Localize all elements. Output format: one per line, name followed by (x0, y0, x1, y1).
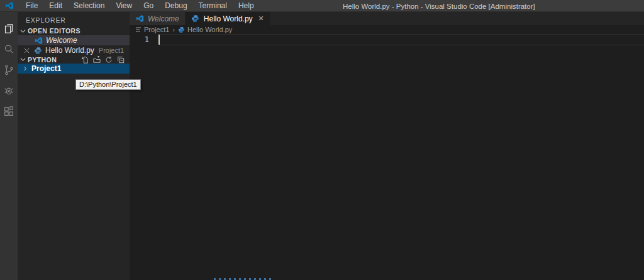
menu-selection[interactable]: Selection (68, 0, 110, 11)
menu-go[interactable]: Go (138, 0, 159, 11)
symbol-list-icon (135, 26, 142, 33)
sidebar-title: EXPLORER (18, 12, 130, 26)
open-editor-detail: Project1 (99, 47, 124, 54)
path-tooltip: D:\Python\Project1 (75, 79, 141, 90)
menu-terminal[interactable]: Terminal (193, 0, 233, 11)
python-section-label: PYTHON (28, 56, 57, 64)
menu-file[interactable]: File (20, 0, 43, 11)
breadcrumb-separator: › (172, 26, 175, 33)
tab-welcome[interactable]: Welcome (130, 12, 186, 25)
breadcrumb: Project1 › Hello World.py (130, 25, 644, 34)
activity-debug-button[interactable] (0, 80, 18, 101)
activity-bar (0, 12, 18, 280)
tab-label: Hello World.py (204, 14, 253, 23)
breadcrumb-item-file[interactable]: Hello World.py (187, 26, 232, 33)
activity-source-control-button[interactable] (0, 59, 18, 80)
python-file-icon (178, 26, 185, 33)
activity-explorer-button[interactable] (0, 18, 18, 38)
vscode-logo-icon (135, 14, 144, 23)
explorer-sidebar: EXPLORER OPEN EDITORS Welcome Hello Worl… (18, 12, 130, 280)
tree-item-project1[interactable]: Project1 (18, 64, 130, 74)
open-editors-header[interactable]: OPEN EDITORS (18, 26, 130, 35)
close-icon[interactable] (23, 47, 31, 55)
menu-view[interactable]: View (110, 0, 138, 11)
activity-search-button[interactable] (0, 38, 18, 59)
tab-bar: Welcome Hello World.py ✕ (130, 12, 644, 25)
extensions-icon (3, 105, 15, 118)
close-icon[interactable]: ✕ (258, 14, 264, 23)
new-file-icon[interactable] (81, 56, 89, 64)
collapse-all-icon[interactable] (117, 56, 125, 64)
chevron-down-icon (18, 57, 28, 62)
open-editor-label: Welcome (46, 36, 77, 45)
open-editor-item-welcome[interactable]: Welcome (18, 35, 130, 45)
window-title: Hello World.py - Python - Visual Studio … (343, 0, 535, 12)
chevron-right-icon (23, 66, 28, 71)
vscode-logo-icon (5, 1, 14, 11)
refresh-icon[interactable] (105, 56, 113, 64)
text-cursor (158, 35, 160, 45)
debug-bug-icon (3, 84, 15, 97)
chevron-down-icon (18, 28, 28, 34)
activity-extensions-button[interactable] (0, 101, 18, 121)
open-editor-label: Hello World.py (45, 46, 94, 55)
tree-item-label: Project1 (31, 64, 61, 73)
line-number: 1 (130, 34, 158, 45)
code-editor[interactable]: 1 (130, 34, 644, 280)
menu-help[interactable]: Help (233, 0, 260, 11)
breadcrumb-item-project1[interactable]: Project1 (144, 26, 169, 33)
search-icon (3, 43, 15, 55)
open-editors-label: OPEN EDITORS (28, 27, 80, 35)
title-bar: File Edit Selection View Go Debug Termin… (0, 0, 644, 12)
editor-group: Welcome Hello World.py ✕ Project1 › Hell… (130, 12, 644, 280)
python-file-icon (33, 46, 42, 55)
tab-label: Welcome (148, 14, 179, 23)
current-line-highlight (158, 34, 644, 45)
open-editor-item-hello-world[interactable]: Hello World.py Project1 (18, 45, 130, 55)
python-file-icon (191, 14, 200, 23)
git-branch-icon (3, 64, 15, 76)
tab-hello-world[interactable]: Hello World.py ✕ (186, 12, 270, 25)
vscode-logo-icon (34, 36, 43, 45)
menu-edit[interactable]: Edit (43, 0, 68, 11)
files-icon (3, 22, 15, 35)
python-section-header[interactable]: PYTHON (18, 55, 130, 64)
section-actions (81, 56, 130, 64)
menu-debug[interactable]: Debug (159, 0, 192, 11)
editor-gutter: 1 (130, 34, 158, 45)
new-folder-icon[interactable] (93, 56, 101, 64)
